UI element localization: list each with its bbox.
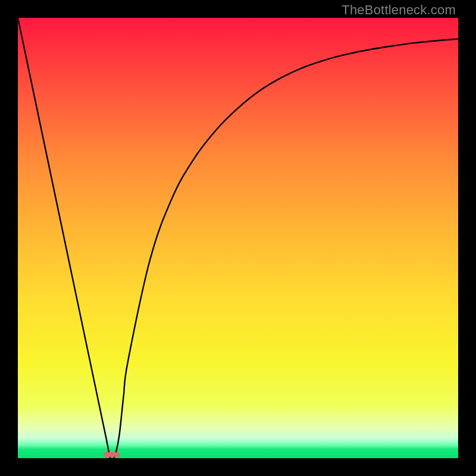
- chart-plot-area: [18, 18, 458, 458]
- chart-curve-svg: [18, 18, 458, 458]
- minimum-marker: [104, 452, 120, 457]
- bottleneck-curve: [18, 18, 458, 458]
- chart-frame: TheBottleneck.com: [0, 0, 476, 476]
- watermark-text: TheBottleneck.com: [342, 2, 456, 18]
